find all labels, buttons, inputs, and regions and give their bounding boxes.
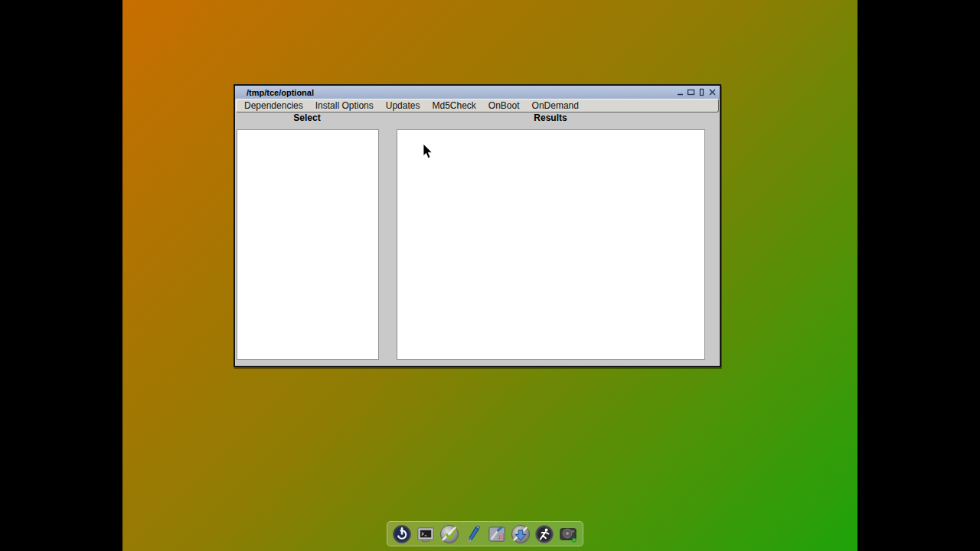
menu-onboot[interactable]: OnBoot bbox=[488, 100, 520, 111]
desktop-background[interactable]: /tmp/tce/optional D bbox=[122, 0, 858, 551]
window-controls bbox=[675, 87, 717, 97]
close-button[interactable] bbox=[707, 87, 717, 97]
mount-drive-icon[interactable] bbox=[557, 523, 579, 545]
results-label: Results bbox=[397, 112, 704, 125]
menu-dependencies[interactable]: Dependencies bbox=[244, 100, 303, 111]
power-icon[interactable] bbox=[391, 523, 413, 545]
control-panel-icon[interactable] bbox=[486, 523, 508, 545]
run-icon[interactable] bbox=[534, 523, 555, 545]
shade-button[interactable] bbox=[697, 87, 707, 97]
menu-install-options[interactable]: Install Options bbox=[315, 100, 374, 111]
fetch-download-icon[interactable] bbox=[510, 523, 531, 545]
select-label: Select bbox=[236, 112, 378, 125]
window-title: /tmp/tce/optional bbox=[247, 88, 314, 97]
menu-md5check[interactable]: Md5Check bbox=[432, 100, 475, 111]
minimize-button[interactable] bbox=[675, 87, 685, 97]
menu-updates[interactable]: Updates bbox=[386, 100, 420, 111]
menu-ondemand[interactable]: OnDemand bbox=[532, 100, 579, 111]
screen: /tmp/tce/optional D bbox=[0, 0, 980, 551]
apps-check-icon[interactable] bbox=[439, 523, 460, 545]
select-listbox[interactable] bbox=[237, 129, 379, 360]
maximize-button[interactable] bbox=[686, 87, 696, 97]
app-window: /tmp/tce/optional D bbox=[234, 84, 721, 367]
dock-bar bbox=[387, 521, 583, 546]
results-listbox[interactable] bbox=[397, 129, 705, 360]
menu-bar: Dependencies Install Options Updates Md5… bbox=[236, 99, 719, 112]
terminal-icon[interactable] bbox=[415, 523, 436, 545]
window-titlebar[interactable]: /tmp/tce/optional bbox=[235, 86, 720, 99]
editor-pen-icon[interactable] bbox=[462, 523, 484, 545]
